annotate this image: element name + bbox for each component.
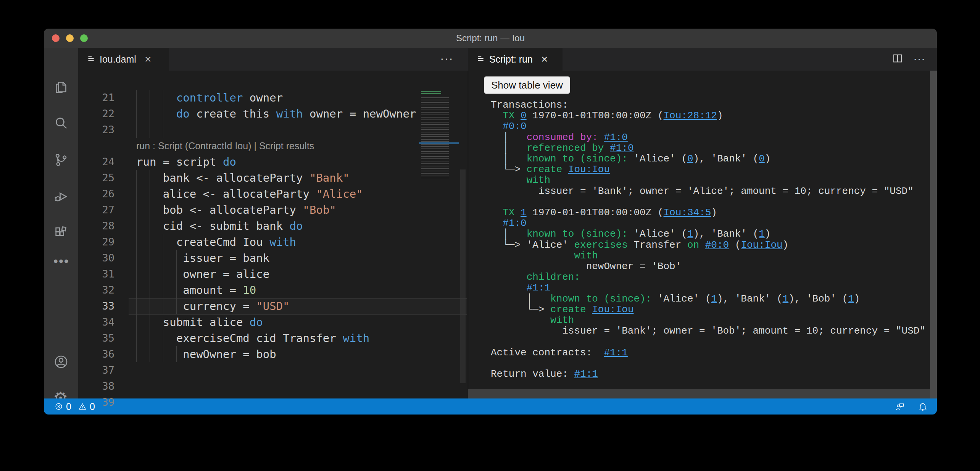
- code-token: newOwner = bob: [136, 348, 276, 361]
- errors-icon: [55, 402, 63, 411]
- output-link[interactable]: Iou:Iou: [592, 304, 633, 315]
- activity-bar: ••• ⚙: [44, 48, 78, 398]
- output-token: #1:0: [503, 218, 526, 229]
- feedback-icon[interactable]: [895, 402, 905, 411]
- minimap[interactable]: [419, 90, 459, 186]
- output-link[interactable]: Iou:34:5: [664, 207, 711, 218]
- output-link[interactable]: 1: [711, 293, 717, 305]
- minimap-code-lines: [421, 97, 449, 178]
- show-table-view-button[interactable]: Show table view: [484, 76, 570, 94]
- output-link[interactable]: #1:1: [604, 347, 627, 358]
- output-token: Transactions:: [491, 99, 568, 111]
- output-line: children:: [491, 272, 580, 282]
- output-line: │ known to (since): 'Alice' (1), 'Bank' …: [491, 229, 770, 239]
- line-number: 38: [82, 378, 114, 394]
- code-line[interactable]: alice <- allocateParty "Alice": [136, 186, 363, 202]
- account-icon[interactable]: [53, 354, 69, 369]
- editor-scrollbar[interactable]: [460, 169, 466, 383]
- output-link[interactable]: 0: [687, 153, 693, 165]
- code-line[interactable]: issuer = bank: [136, 250, 269, 266]
- line-number: 25: [82, 170, 114, 186]
- code-lens[interactable]: run : Script (ContractId Iou) | Script r…: [136, 138, 314, 154]
- code-line[interactable]: cid <- submit bank do: [136, 218, 303, 234]
- output-link[interactable]: #1:0: [604, 132, 627, 143]
- editor-actions-more-icon[interactable]: ···: [440, 52, 453, 66]
- panel-horizontal-scrollbar[interactable]: [468, 389, 930, 398]
- more-views-icon[interactable]: •••: [53, 254, 69, 269]
- output-link[interactable]: #0:0: [705, 239, 729, 251]
- output-link[interactable]: 1: [783, 293, 789, 305]
- output-link[interactable]: 1: [759, 228, 765, 240]
- output-line: │ referenced by #1:0: [491, 143, 634, 153]
- output-token: │: [491, 142, 527, 154]
- output-token: [514, 110, 521, 121]
- code-token: create this: [190, 107, 276, 120]
- code-token: [136, 91, 176, 104]
- code-line[interactable]: do create this with owner = newOwner: [136, 106, 416, 122]
- output-line: #1:0: [491, 218, 527, 229]
- output-token: └─>: [491, 239, 527, 251]
- more-actions-icon[interactable]: ⋯: [913, 52, 926, 66]
- code-token: issuer = bank: [136, 252, 269, 265]
- files-icon[interactable]: [53, 79, 69, 95]
- code-line[interactable]: createCmd Iou with: [136, 234, 296, 250]
- close-tab-icon[interactable]: ×: [541, 53, 548, 65]
- code-line[interactable]: owner = alice: [136, 266, 269, 282]
- code-line[interactable]: run = script do: [136, 154, 236, 170]
- run-debug-icon[interactable]: [53, 189, 69, 204]
- output-token: #1:1: [527, 282, 550, 294]
- extensions-icon[interactable]: [53, 225, 69, 240]
- output-token: known to (since):: [527, 228, 628, 240]
- close-tab-icon[interactable]: ×: [145, 53, 152, 65]
- code-line[interactable]: bank <- allocateParty "Bank": [136, 170, 350, 186]
- code-line[interactable]: currency = "USD": [136, 298, 290, 314]
- panel-vertical-scrollbar[interactable]: [930, 71, 937, 398]
- code-line[interactable]: controller owner: [136, 90, 283, 106]
- output-link[interactable]: 1: [687, 228, 693, 240]
- title-bar[interactable]: Script: run — Iou: [44, 29, 937, 48]
- line-number: 34: [82, 314, 114, 330]
- code-token: with: [269, 236, 296, 248]
- tab-iou-daml[interactable]: Iou.daml ×: [78, 48, 169, 71]
- output-token: referenced by: [527, 142, 604, 154]
- source-control-icon[interactable]: [53, 152, 69, 168]
- output-line: with: [491, 250, 598, 261]
- search-icon[interactable]: [53, 116, 69, 131]
- code-token: [136, 107, 176, 120]
- notifications-bell-icon[interactable]: [918, 402, 928, 411]
- output-link[interactable]: 1: [521, 207, 527, 218]
- code-line[interactable]: newOwner = bob: [136, 346, 276, 362]
- code-line[interactable]: amount = 10: [136, 282, 256, 298]
- output-line: └─> create Iou:Iou: [491, 164, 610, 175]
- split-editor-icon[interactable]: [892, 53, 903, 66]
- output-link[interactable]: #1:1: [574, 368, 598, 380]
- code-line[interactable]: submit alice do: [136, 314, 263, 330]
- output-token: ): [765, 153, 771, 165]
- line-number: 22: [82, 106, 114, 122]
- output-token: [562, 164, 568, 175]
- output-link[interactable]: 0: [759, 153, 765, 165]
- output-token: 'Alice' (: [651, 293, 711, 305]
- output-link[interactable]: Iou:28:12: [664, 110, 717, 121]
- code-line[interactable]: bob <- allocateParty "Bob": [136, 202, 336, 218]
- output-token: [491, 110, 503, 121]
- output-token: Return value:: [491, 368, 574, 380]
- code-token: do: [176, 107, 190, 120]
- output-token: ): [717, 110, 723, 121]
- output-token: │: [491, 293, 550, 305]
- output-link[interactable]: Iou:Iou: [568, 164, 610, 175]
- output-token: 'Alice' (: [628, 153, 687, 165]
- tab-script-run[interactable]: Script: run ×: [468, 48, 563, 71]
- code-line[interactable]: exerciseCmd cid Transfer with: [136, 330, 369, 346]
- output-token: exercises: [574, 239, 627, 251]
- output-token: [491, 218, 503, 229]
- output-link[interactable]: 0: [521, 110, 527, 121]
- output-link[interactable]: #1:0: [610, 142, 633, 154]
- output-token: ): [765, 228, 771, 240]
- output-link[interactable]: 1: [848, 293, 854, 305]
- code-token: submit alice: [136, 316, 250, 329]
- output-token: │: [491, 153, 527, 165]
- output-token: └─>: [491, 164, 527, 175]
- output-token: ): [854, 293, 860, 305]
- output-link[interactable]: Iou:Iou: [741, 239, 782, 251]
